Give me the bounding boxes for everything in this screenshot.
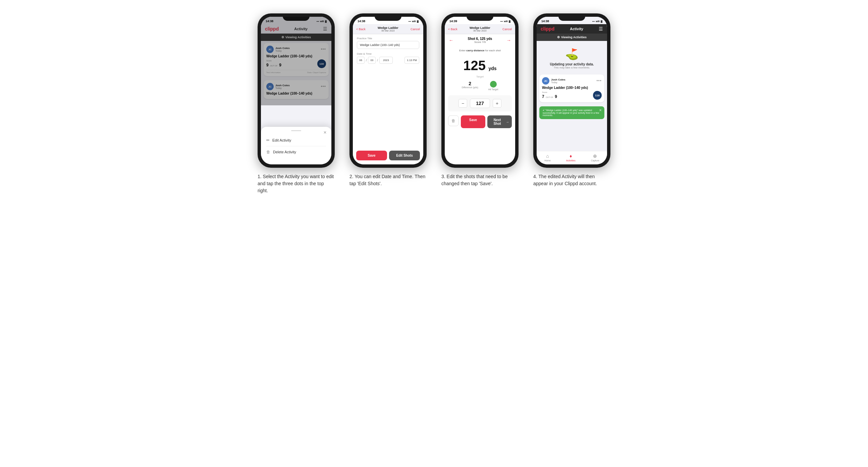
next-shot-arrow[interactable]: →	[506, 38, 511, 43]
caption-4: 4. The edited Activity will then appear …	[533, 173, 611, 187]
edit-activity-label: Edit Activity	[272, 138, 291, 142]
difference-metric: 2 Difference (yds)	[462, 81, 478, 91]
check-icon: ✔	[542, 109, 545, 112]
logo-4: clippd	[541, 26, 554, 32]
next-shot-button[interactable]: Next Shot →	[487, 116, 512, 128]
user-date-4: Today	[551, 81, 596, 84]
battery-icon-3: ▓	[509, 20, 510, 23]
phone-col-2: 14:38 ▪▪▪ wifi ▓ < Back Wedge Ladder 06 …	[346, 13, 430, 187]
time-input[interactable]: 1:13 PM	[404, 57, 419, 64]
capture-label: Capture	[591, 159, 599, 162]
status-time-4: 14:38	[541, 20, 549, 23]
shot-input-value[interactable]: 127	[470, 99, 490, 108]
save-shot-button[interactable]: Save	[461, 116, 485, 128]
activity-card-4[interactable]: JC Josh Coles Today ••• Wedge Ladder (10…	[539, 74, 604, 102]
phone-col-1: 14:38 ▪▪▪ wifi ▓ clippd Activity ☰ ⚙	[254, 13, 338, 194]
header-title-4: Activity	[570, 27, 583, 31]
golf-flag-icon: ⛳	[565, 48, 579, 60]
delete-activity-label: Delete Activity	[273, 150, 296, 154]
edit-shots-button[interactable]: Edit Shots	[389, 151, 420, 160]
edit-form: Practice Title Wedge Ladder (100–140 yds…	[353, 34, 423, 148]
phone-1: 14:38 ▪▪▪ wifi ▓ clippd Activity ☰ ⚙	[257, 13, 335, 168]
trash-icon: 🗑	[266, 150, 270, 154]
wifi-icon-2: wifi	[412, 20, 416, 23]
practice-title-label: Practice Title	[357, 37, 419, 40]
date-time-row: 06 / 03 / 2023 1:13 PM	[357, 57, 419, 64]
shot-input-row: − 127 +	[448, 95, 512, 112]
hamburger-icon-4[interactable]: ☰	[599, 26, 603, 32]
avatar-4: JC	[542, 77, 549, 85]
signal-icon-3: ▪▪▪	[500, 20, 503, 23]
toast-close-icon[interactable]: ✕	[599, 108, 602, 112]
bottom-sheet-1: ✕ ✏ Edit Activity 🗑 Delete Activity	[261, 127, 331, 164]
month-input[interactable]: 03	[368, 57, 376, 64]
decrement-button[interactable]: −	[459, 99, 467, 108]
notch-2	[375, 13, 401, 21]
difference-val: 2	[462, 81, 478, 86]
delete-activity-item[interactable]: 🗑 Delete Activity	[266, 146, 326, 158]
signal-icon-4: ▪▪▪	[592, 20, 595, 23]
home-icon: ⌂	[546, 153, 549, 159]
cancel-button-3[interactable]: Cancel	[502, 28, 512, 31]
save-button-2[interactable]: Save	[356, 151, 387, 160]
hit-target-label: Hit Target	[488, 88, 498, 91]
hit-target-metric: Hit Target	[488, 81, 498, 91]
updating-sub: This may take a few moments.	[554, 66, 590, 69]
shot-distance-display: 125 yds	[445, 55, 515, 76]
battery-icon-4: ▓	[601, 20, 602, 23]
capture-icon: ⊕	[593, 153, 597, 159]
increment-button[interactable]: +	[493, 99, 501, 108]
status-icons-3: ▪▪▪ wifi ▓	[500, 20, 510, 23]
nav-bar-3: < Back Wedge Ladder 06 Mar 2023 Cancel	[445, 24, 515, 34]
delete-shot-button[interactable]: 🗑	[448, 116, 459, 126]
updating-title: Updating your activity data.	[550, 62, 594, 66]
phone-col-4: 14:38 ▪▪▪ wifi ▓ clippd Activity ☰ ⚙	[530, 13, 614, 187]
card-title-4: Wedge Ladder (100–140 yds)	[542, 86, 602, 90]
date-time-label: Date & Time	[357, 52, 419, 55]
tab-capture[interactable]: ⊕ Capture	[591, 153, 599, 162]
sheet-close-icon[interactable]: ✕	[323, 130, 327, 135]
prev-shot-arrow[interactable]: ←	[449, 38, 454, 43]
distance-unit: yds	[489, 66, 497, 71]
day-input[interactable]: 06	[357, 57, 365, 64]
activities-label: Activities	[566, 159, 576, 162]
home-label: Home	[544, 159, 551, 162]
distance-value: 125	[463, 58, 486, 73]
user-name-4: Josh Coles	[551, 78, 596, 81]
tab-home[interactable]: ⌂ Home	[544, 153, 551, 162]
notch-4	[558, 13, 585, 21]
card-header-4: JC Josh Coles Today •••	[542, 77, 602, 85]
phone-col-3: 14:39 ▪▪▪ wifi ▓ < Back Wedge Ladder 06 …	[438, 13, 522, 187]
nav-sub-2: 06 Mar 2023	[378, 30, 398, 32]
hit-target-circle	[490, 81, 497, 88]
nav-bar-2: < Back Wedge Ladder 06 Mar 2023 Cancel	[353, 24, 423, 34]
difference-label: Difference (yds)	[462, 86, 478, 89]
card-stats-4: Score 7 OUT OF 9 118	[542, 91, 602, 100]
shot-instruction: Enter carry distance for each shot	[445, 46, 515, 55]
practice-title-input[interactable]: Wedge Ladder (100–140 yds)	[357, 41, 419, 49]
back-button-2[interactable]: < Back	[356, 28, 366, 31]
back-button-3[interactable]: < Back	[448, 28, 458, 31]
phone-2: 14:38 ▪▪▪ wifi ▓ < Back Wedge Ladder 06 …	[349, 13, 427, 168]
viewing-text-4: Viewing Activities	[561, 36, 587, 39]
quality-badge-4: 118	[593, 91, 602, 100]
score-label-3: Score 7/9	[468, 40, 492, 43]
nav-center-3: Wedge Ladder 06 Mar 2023	[470, 26, 490, 32]
nav-center-2: Wedge Ladder 06 Mar 2023	[378, 26, 398, 32]
cancel-button-2[interactable]: Cancel	[410, 28, 420, 31]
slash-1: /	[366, 59, 367, 62]
phone-inner-4: 14:38 ▪▪▪ wifi ▓ clippd Activity ☰ ⚙	[537, 17, 607, 164]
form-buttons-2: Save Edit Shots	[353, 148, 423, 164]
next-shot-label: Next Shot	[490, 118, 504, 125]
shot-buttons: 🗑 Save Next Shot →	[445, 114, 515, 131]
tab-bar-4: ⌂ Home ♦ Activities ⊕ Capture	[537, 151, 607, 164]
tab-activities[interactable]: ♦ Activities	[566, 153, 576, 162]
activities-icon: ♦	[569, 153, 572, 159]
dots-menu-4[interactable]: •••	[596, 79, 602, 83]
phone-inner-3: 14:39 ▪▪▪ wifi ▓ < Back Wedge Ladder 06 …	[445, 17, 515, 164]
wifi-icon-3: wifi	[504, 20, 508, 23]
edit-activity-item[interactable]: ✏ Edit Activity	[266, 134, 326, 146]
next-shot-arrow-icon: →	[506, 120, 509, 124]
target-label: Target	[445, 75, 515, 78]
year-input[interactable]: 2023	[379, 57, 393, 64]
